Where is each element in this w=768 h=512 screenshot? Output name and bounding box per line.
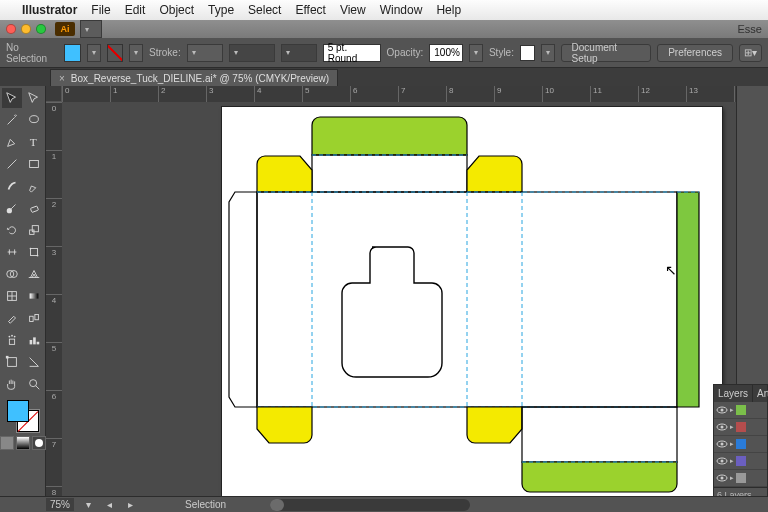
gradient-mode-icon[interactable] — [16, 436, 30, 450]
column-graph-tool[interactable] — [24, 330, 44, 350]
arrange-documents-dropdown[interactable] — [80, 20, 102, 38]
expand-icon[interactable]: ▸ — [730, 406, 734, 414]
perspective-grid-tool[interactable] — [24, 264, 44, 284]
opacity-dropdown[interactable] — [469, 44, 483, 62]
direct-selection-tool[interactable] — [24, 88, 44, 108]
ruler-origin[interactable] — [46, 86, 62, 102]
none-mode-icon[interactable] — [32, 436, 46, 450]
graphic-style-dropdown[interactable] — [541, 44, 555, 62]
lasso-tool[interactable] — [24, 110, 44, 130]
zoom-dropdown-icon[interactable]: ▾ — [82, 499, 95, 510]
shape-builder-tool[interactable] — [2, 264, 22, 284]
fill-dropdown[interactable] — [87, 44, 101, 62]
control-bar: No Selection Stroke: 5 pt. Round Opacity… — [0, 38, 768, 68]
width-tool[interactable] — [2, 242, 22, 262]
menu-view[interactable]: View — [340, 3, 366, 17]
canvas[interactable]: ↖ — [62, 102, 736, 496]
eyedropper-tool[interactable] — [2, 308, 22, 328]
expand-icon[interactable]: ▸ — [730, 423, 734, 431]
minimize-window-icon[interactable] — [21, 24, 31, 34]
paintbrush-tool[interactable] — [2, 176, 22, 196]
rectangle-tool[interactable] — [24, 154, 44, 174]
menu-window[interactable]: Window — [380, 3, 423, 17]
layers-panel[interactable]: Layers Art ▸ ▸ ▸ ▸ ▸ 6 Layers — [713, 384, 768, 504]
artboard[interactable]: ↖ — [222, 107, 722, 496]
artboard-prev-icon[interactable]: ◂ — [103, 499, 116, 510]
brush-definition-dropdown[interactable] — [281, 44, 317, 62]
ruler-h-tick: 8 — [446, 86, 453, 102]
stroke-swatch[interactable] — [107, 44, 124, 62]
document-setup-button[interactable]: Document Setup — [561, 44, 652, 62]
line-segment-tool[interactable] — [2, 154, 22, 174]
menu-effect[interactable]: Effect — [295, 3, 325, 17]
ruler-h-tick: 9 — [494, 86, 501, 102]
visibility-icon[interactable] — [716, 438, 728, 450]
menu-object[interactable]: Object — [159, 3, 194, 17]
scale-tool[interactable] — [24, 220, 44, 240]
mesh-tool[interactable] — [2, 286, 22, 306]
pencil-tool[interactable] — [24, 176, 44, 196]
stroke-dropdown[interactable] — [129, 44, 143, 62]
free-transform-tool[interactable] — [24, 242, 44, 262]
layers-tab[interactable]: Layers — [714, 385, 753, 402]
scrollbar-thumb[interactable] — [270, 499, 284, 511]
zoom-window-icon[interactable] — [36, 24, 46, 34]
layer-row[interactable]: ▸ — [714, 453, 767, 470]
expand-icon[interactable]: ▸ — [730, 440, 734, 448]
magic-wand-tool[interactable] — [2, 110, 22, 130]
layer-row[interactable]: ▸ — [714, 470, 767, 487]
preferences-button[interactable]: Preferences — [657, 44, 733, 62]
layer-row[interactable]: ▸ — [714, 419, 767, 436]
visibility-icon[interactable] — [716, 421, 728, 433]
symbol-sprayer-tool[interactable] — [2, 330, 22, 350]
zoom-tool[interactable] — [24, 374, 44, 394]
type-tool[interactable]: T — [24, 132, 44, 152]
close-window-icon[interactable] — [6, 24, 16, 34]
layer-row[interactable]: ▸ — [714, 402, 767, 419]
menu-file[interactable]: File — [91, 3, 110, 17]
visibility-icon[interactable] — [716, 455, 728, 467]
zoom-level[interactable]: 75% — [46, 498, 74, 511]
menubar-app-name[interactable]: Illustrator — [22, 3, 77, 17]
menu-select[interactable]: Select — [248, 3, 281, 17]
artboards-tab[interactable]: Art — [753, 385, 768, 402]
vertical-ruler[interactable]: 0 1 2 3 4 5 6 7 8 — [46, 102, 62, 496]
fill-stroke-swatch[interactable] — [7, 400, 39, 432]
selection-tool[interactable] — [2, 88, 22, 108]
artboard-tool[interactable] — [2, 352, 22, 372]
color-mode-toggles[interactable] — [0, 436, 46, 450]
close-tab-icon[interactable]: × — [59, 73, 65, 84]
expand-icon[interactable]: ▸ — [730, 457, 734, 465]
visibility-icon[interactable] — [716, 472, 728, 484]
artboard-area[interactable]: 0 1 2 3 4 5 6 7 8 9 10 11 12 13 14 0 1 2… — [46, 86, 736, 496]
document-tab[interactable]: × Box_Reverse_Tuck_DIELINE.ai* @ 75% (CM… — [50, 69, 338, 86]
layer-row[interactable]: ▸ — [714, 436, 767, 453]
stroke-weight-dropdown[interactable] — [187, 44, 223, 62]
artboard-next-icon[interactable]: ▸ — [124, 499, 137, 510]
color-mode-icon[interactable] — [0, 436, 14, 450]
workspace-switcher[interactable]: Esse — [738, 23, 768, 35]
svg-rect-28 — [312, 155, 467, 192]
menu-edit[interactable]: Edit — [125, 3, 146, 17]
menu-type[interactable]: Type — [208, 3, 234, 17]
stroke-style-field[interactable]: 5 pt. Round — [323, 44, 381, 62]
fill-swatch[interactable] — [64, 44, 81, 62]
gradient-tool[interactable] — [24, 286, 44, 306]
eraser-tool[interactable] — [24, 198, 44, 218]
horizontal-scrollbar[interactable] — [270, 499, 470, 511]
align-to-dropdown[interactable]: ⊞▾ — [739, 44, 762, 62]
pen-tool[interactable] — [2, 132, 22, 152]
graphic-style-swatch[interactable] — [520, 45, 535, 61]
menu-help[interactable]: Help — [436, 3, 461, 17]
app-titlebar: Ai Esse — [0, 20, 768, 38]
opacity-field[interactable]: 100% — [429, 44, 463, 62]
blend-tool[interactable] — [24, 308, 44, 328]
rotate-tool[interactable] — [2, 220, 22, 240]
hand-tool[interactable] — [2, 374, 22, 394]
slice-tool[interactable] — [24, 352, 44, 372]
horizontal-ruler[interactable]: 0 1 2 3 4 5 6 7 8 9 10 11 12 13 14 — [62, 86, 736, 102]
variable-width-profile-dropdown[interactable] — [229, 44, 275, 62]
visibility-icon[interactable] — [716, 404, 728, 416]
expand-icon[interactable]: ▸ — [730, 474, 734, 482]
blob-brush-tool[interactable] — [2, 198, 22, 218]
